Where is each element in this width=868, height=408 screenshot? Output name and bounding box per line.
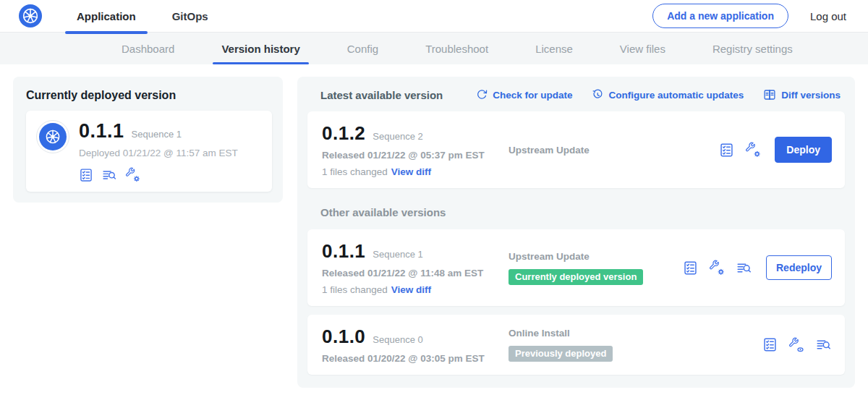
version-row-0-1-0: 0.1.0 Sequence 0 Released 01/20/22 @ 03:… <box>307 315 845 375</box>
subnav-tab-version-history[interactable]: Version history <box>218 33 302 64</box>
version-number: 0.1.1 <box>322 240 365 263</box>
preflight-checks-icon[interactable] <box>683 260 698 276</box>
deployed-version-card: 0.1.1 Sequence 1 Deployed 01/21/22 @ 11:… <box>26 111 272 192</box>
view-diff-link[interactable]: View diff <box>391 284 431 295</box>
app-logo <box>36 120 69 153</box>
currently-deployed-card: Currently deployed version 0.1.1 Sequenc… <box>13 77 283 203</box>
currently-deployed-badge: Currently deployed version <box>509 269 643 285</box>
version-source-label: Online Install <box>509 328 762 339</box>
released-timestamp: Released 01/21/22 @ 11:48 am EST <box>322 268 509 279</box>
deploy-logs-icon[interactable] <box>101 168 117 182</box>
sequence-label: Sequence 0 <box>373 334 422 345</box>
configure-automatic-updates-link[interactable]: Configure automatic updates <box>592 89 744 101</box>
config-edit-icon[interactable] <box>709 260 725 276</box>
preflight-checks-icon[interactable] <box>762 337 778 352</box>
redeploy-button[interactable]: Redeploy <box>766 255 832 280</box>
subnav-tab-registry-settings[interactable]: Registry settings <box>710 33 796 64</box>
add-application-button[interactable]: Add a new application <box>652 4 788 28</box>
refresh-icon <box>476 89 488 101</box>
preflight-checks-icon[interactable] <box>79 168 93 182</box>
kubernetes-logo-icon[interactable] <box>19 4 42 27</box>
deployed-card-title: Currently deployed version <box>26 89 272 102</box>
view-diff-link[interactable]: View diff <box>391 166 431 177</box>
files-changed-label: 1 files changed <box>322 166 388 177</box>
logout-button[interactable]: Log out <box>810 10 846 22</box>
sequence-label: Sequence 2 <box>373 131 422 142</box>
diff-versions-link[interactable]: Diff versions <box>763 88 841 101</box>
subnav-tab-dashboard[interactable]: Dashboard <box>119 33 177 64</box>
previously-deployed-badge: Previously deployed <box>509 346 613 362</box>
subnav-tab-license[interactable]: License <box>532 33 576 64</box>
version-source-label: Upstream Update <box>509 251 683 262</box>
version-row-0-1-2: 0.1.2 Sequence 2 Released 01/21/22 @ 05:… <box>307 111 845 188</box>
check-for-update-link[interactable]: Check for update <box>476 89 572 101</box>
config-edit-icon[interactable] <box>745 142 761 158</box>
released-timestamp: Released 01/20/22 @ 03:05 pm EST <box>322 353 509 364</box>
tab-gitops[interactable]: GitOps <box>161 0 220 33</box>
app-subnav: Dashboard Version history Config Trouble… <box>0 33 868 64</box>
version-number: 0.1.0 <box>322 326 365 348</box>
subnav-tab-troubleshoot[interactable]: Troubleshoot <box>422 33 491 64</box>
tab-application[interactable]: Application <box>65 0 148 33</box>
deployed-version-number: 0.1.1 <box>79 120 124 143</box>
preflight-checks-icon[interactable] <box>719 143 734 158</box>
deploy-logs-icon[interactable] <box>815 337 832 352</box>
available-versions-panel: Latest available version Check for updat… <box>297 77 855 388</box>
kubernetes-logo-icon <box>39 123 67 150</box>
subnav-tab-config[interactable]: Config <box>344 33 381 64</box>
tab-gitops-label: GitOps <box>172 10 208 22</box>
version-row-0-1-1: 0.1.1 Sequence 1 Released 01/21/22 @ 11:… <box>307 229 845 306</box>
released-timestamp: Released 01/21/22 @ 05:37 pm EST <box>322 150 509 161</box>
files-changed-label: 1 files changed <box>322 284 388 295</box>
top-header: Application GitOps Add a new application… <box>0 0 868 33</box>
tab-application-label: Application <box>77 10 136 22</box>
sequence-label: Sequence 1 <box>373 249 422 260</box>
config-view-icon[interactable] <box>788 337 804 353</box>
automatic-updates-icon <box>592 89 603 101</box>
deployed-timestamp: Deployed 01/21/22 @ 11:57 am EST <box>79 148 238 158</box>
deploy-logs-icon[interactable] <box>736 260 752 276</box>
other-available-title: Other available versions <box>320 206 841 218</box>
latest-available-title: Latest available version <box>320 89 443 101</box>
deployed-sequence-label: Sequence 1 <box>132 129 182 140</box>
version-number: 0.1.2 <box>322 122 365 145</box>
diff-icon <box>763 88 776 101</box>
config-edit-icon[interactable] <box>125 167 140 182</box>
deploy-button[interactable]: Deploy <box>775 137 832 163</box>
subnav-tab-view-files[interactable]: View files <box>617 33 668 64</box>
version-source-label: Upstream Update <box>509 145 719 156</box>
main-content: Currently deployed version 0.1.1 Sequenc… <box>0 64 868 400</box>
